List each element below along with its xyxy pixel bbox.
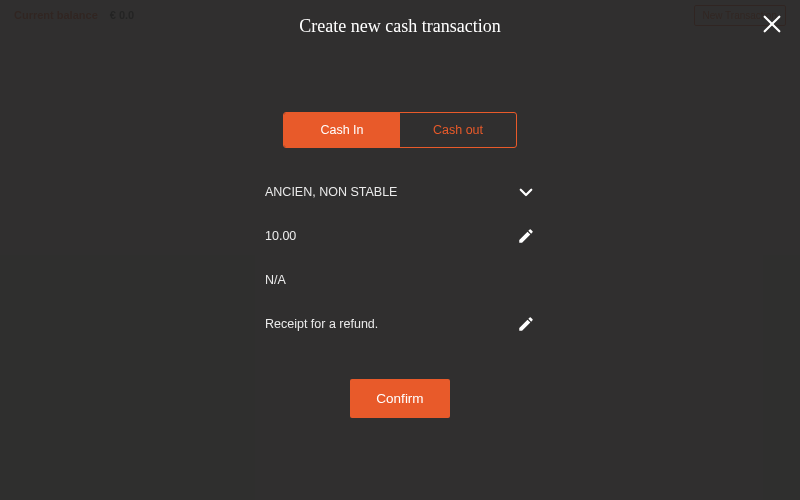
modal-overlay: Create new cash transaction Cash In Cash… xyxy=(0,0,800,500)
modal-title: Create new cash transaction xyxy=(0,16,800,37)
close-icon xyxy=(761,13,783,39)
confirm-button[interactable]: Confirm xyxy=(350,379,449,418)
tab-cash-out-label: Cash out xyxy=(433,123,483,137)
amount-value: 10.00 xyxy=(265,229,296,243)
confirm-wrap: Confirm xyxy=(0,379,800,418)
reason-row[interactable]: ANCIEN, NON STABLE xyxy=(265,170,535,214)
pencil-icon xyxy=(517,315,535,333)
tab-cash-in[interactable]: Cash In xyxy=(284,113,400,147)
note-value: Receipt for a refund. xyxy=(265,317,378,331)
transaction-type-tabs: Cash In Cash out xyxy=(283,112,517,148)
chevron-down-icon xyxy=(517,183,535,201)
user-value: N/A xyxy=(265,273,286,287)
reason-value: ANCIEN, NON STABLE xyxy=(265,185,397,199)
note-row[interactable]: Receipt for a refund. xyxy=(265,302,535,346)
user-row: N/A xyxy=(265,258,535,302)
modal-content: Cash In Cash out ANCIEN, NON STABLE 10.0… xyxy=(265,112,535,346)
tab-cash-in-label: Cash In xyxy=(320,123,363,137)
pencil-icon xyxy=(517,227,535,245)
tab-cash-out[interactable]: Cash out xyxy=(400,113,516,147)
amount-row[interactable]: 10.00 xyxy=(265,214,535,258)
close-button[interactable] xyxy=(758,12,786,40)
